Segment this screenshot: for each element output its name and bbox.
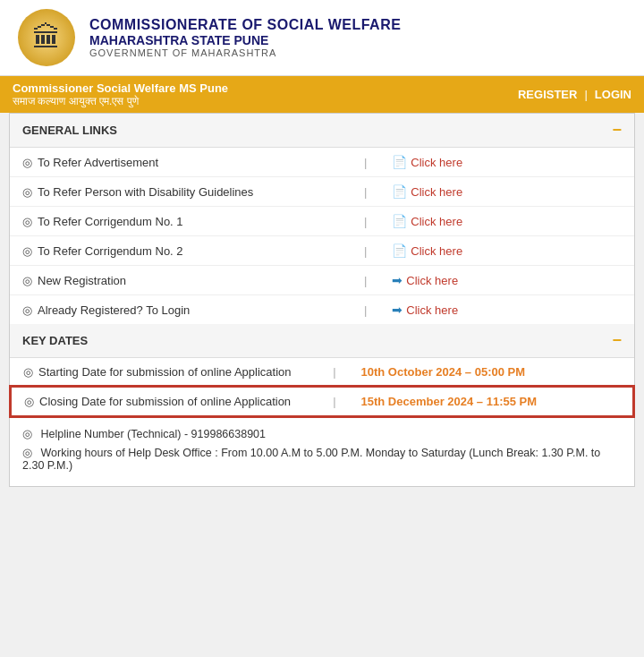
- general-link-row: ◎Already Registered? To Login | ➡ Click …: [10, 295, 634, 325]
- link-row-link[interactable]: ➡ Click here: [379, 295, 634, 325]
- helpline-bullet-icon: ◎: [22, 427, 32, 440]
- general-link-anchor[interactable]: 📄 Click here: [392, 155, 622, 169]
- general-links-header: GENERAL LINKS −: [10, 114, 634, 148]
- general-link-anchor[interactable]: 📄 Click here: [392, 214, 622, 228]
- link-row-link[interactable]: ➡ Click here: [379, 266, 634, 295]
- general-links-collapse-icon[interactable]: −: [612, 121, 622, 140]
- nav-title: Commissioner Social Welfare MS Pune: [13, 81, 228, 95]
- general-links-table: ◎To Refer Advertisement | 📄 Click here ◎…: [10, 148, 634, 324]
- nav-divider: |: [584, 88, 587, 101]
- row-divider: |: [352, 207, 379, 236]
- general-link-row: ◎New Registration | ➡ Click here: [10, 266, 634, 295]
- page-header: 🏛 COMMISSIONERATE OF SOCIAL WELFARE MAHA…: [0, 0, 644, 76]
- government-emblem: 🏛: [18, 9, 75, 66]
- nav-title-block: Commissioner Social Welfare MS Pune समाज…: [13, 81, 228, 107]
- link-row-label: ◎To Refer Person with Disability Guideli…: [10, 177, 352, 207]
- link-row-link[interactable]: 📄 Click here: [379, 148, 634, 177]
- org-title-line3: GOVERNMENT OF MAHARASHTRA: [89, 47, 401, 58]
- date-bullet-icon: ◎: [23, 365, 33, 379]
- pdf-icon: 📄: [392, 243, 407, 258]
- pdf-icon: 📄: [392, 155, 407, 169]
- row-divider: |: [352, 177, 379, 207]
- link-row-label: ◎New Registration: [10, 266, 352, 295]
- link-row-label: ◎To Refer Advertisement: [10, 148, 352, 177]
- date-bullet-icon: ◎: [24, 395, 34, 408]
- general-link-row: ◎To Refer Corrigendum No. 1 | 📄 Click he…: [10, 207, 634, 236]
- general-link-row: ◎To Refer Person with Disability Guideli…: [10, 177, 634, 207]
- row-bullet-icon: ◎: [22, 244, 32, 258]
- link-row-link[interactable]: 📄 Click here: [379, 207, 634, 236]
- link-row-link[interactable]: 📄 Click here: [379, 236, 634, 266]
- nav-subtitle: समाज कल्याण आयुक्त एम.एस पुणे: [13, 95, 228, 107]
- helpline-text: ◎ Helpline Number (Technical) - 91998663…: [22, 427, 622, 440]
- date-divider: |: [320, 387, 348, 416]
- key-date-row: ◎Starting Date for submission of online …: [11, 358, 633, 387]
- key-dates-header: KEY DATES −: [10, 324, 634, 358]
- arrow-icon: ➡: [392, 273, 402, 287]
- date-row-label: ◎Starting Date for submission of online …: [11, 358, 320, 387]
- date-row-label: ◎Closing Date for submission of online A…: [11, 387, 320, 416]
- header-text-block: COMMISSIONERATE OF SOCIAL WELFARE MAHARA…: [89, 17, 401, 58]
- org-title-line1: COMMISSIONERATE OF SOCIAL WELFARE: [89, 17, 401, 33]
- link-row-label: ◎To Refer Corrigendum No. 1: [10, 207, 352, 236]
- working-hours-text: ◎ Working hours of Help Desk Office : Fr…: [22, 446, 622, 472]
- working-hours-bullet-icon: ◎: [22, 446, 32, 459]
- row-bullet-icon: ◎: [22, 303, 32, 317]
- date-row-value: 10th October 2024 – 05:00 PM: [349, 358, 633, 387]
- general-links-title: GENERAL LINKS: [22, 124, 117, 137]
- login-link[interactable]: LOGIN: [595, 88, 631, 101]
- key-dates-table: ◎Starting Date for submission of online …: [10, 358, 634, 417]
- row-divider: |: [352, 236, 379, 266]
- arrow-icon: ➡: [392, 303, 402, 317]
- link-row-label: ◎To Refer Corrigendum No. 2: [10, 236, 352, 266]
- general-link-anchor[interactable]: ➡ Click here: [392, 273, 622, 287]
- general-link-row: ◎To Refer Corrigendum No. 2 | 📄 Click he…: [10, 236, 634, 266]
- pdf-icon: 📄: [392, 214, 407, 228]
- org-title-line2: MAHARASHTRA STATE PUNE: [89, 33, 401, 47]
- nav-links: REGISTER | LOGIN: [518, 88, 631, 101]
- help-section: ◎ Helpline Number (Technical) - 91998663…: [10, 417, 634, 486]
- row-divider: |: [352, 148, 379, 177]
- row-divider: |: [352, 266, 379, 295]
- row-bullet-icon: ◎: [22, 185, 32, 199]
- row-divider: |: [352, 295, 379, 325]
- general-link-anchor[interactable]: 📄 Click here: [392, 184, 622, 199]
- register-link[interactable]: REGISTER: [518, 88, 577, 101]
- date-divider: |: [320, 358, 348, 387]
- row-bullet-icon: ◎: [22, 215, 32, 228]
- pdf-icon: 📄: [392, 184, 407, 199]
- link-row-link[interactable]: 📄 Click here: [379, 177, 634, 207]
- key-dates-title: KEY DATES: [22, 334, 88, 347]
- nav-bar: Commissioner Social Welfare MS Pune समाज…: [0, 76, 644, 113]
- row-bullet-icon: ◎: [22, 274, 32, 287]
- key-date-row: ◎Closing Date for submission of online A…: [11, 387, 633, 416]
- general-link-anchor[interactable]: 📄 Click here: [392, 243, 622, 258]
- row-bullet-icon: ◎: [22, 156, 32, 169]
- date-row-value: 15th December 2024 – 11:55 PM: [349, 387, 633, 416]
- general-link-row: ◎To Refer Advertisement | 📄 Click here: [10, 148, 634, 177]
- general-link-anchor[interactable]: ➡ Click here: [392, 303, 622, 317]
- key-dates-collapse-icon[interactable]: −: [612, 331, 622, 350]
- main-content: GENERAL LINKS − ◎To Refer Advertisement …: [9, 113, 635, 487]
- link-row-label: ◎Already Registered? To Login: [10, 295, 352, 325]
